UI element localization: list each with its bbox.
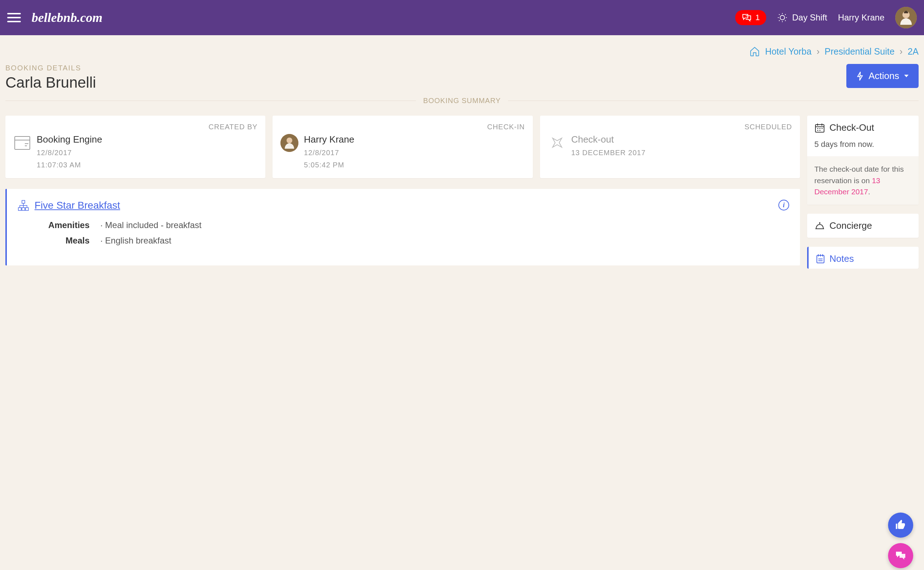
card-time: 5:05:42 PM [304,159,354,171]
avatar[interactable] [895,7,917,28]
checkout-footer: The check-out date for this reservation … [807,156,919,205]
amenities-value: · Meal included - breakfast [100,220,201,230]
breadcrumb-room[interactable]: 2A [907,46,919,57]
card-title: Booking Engine [37,134,102,145]
checkout-card: Check-Out 5 days from now. The check-out… [807,116,919,205]
svg-rect-7 [18,208,21,210]
svg-rect-8 [22,208,25,210]
sun-icon [777,12,788,23]
hierarchy-icon [18,200,29,211]
svg-point-5 [286,138,292,143]
svg-point-0 [780,15,785,20]
username[interactable]: Harry Krane [838,12,884,23]
card-date: 12/8/2017 [304,147,354,159]
header-right: 1 Day Shift Harry Krane [735,7,917,28]
checkout-body: 5 days from now. [807,140,919,156]
home-icon[interactable] [749,46,760,57]
meals-value: · English breakfast [100,236,171,246]
menu-icon[interactable] [7,13,21,22]
user-avatar-icon [280,134,298,152]
actions-label: Actions [869,70,899,81]
title-row: BOOKING DETAILS Carla Brunelli Actions [5,64,919,91]
breadcrumb-sep: › [899,46,902,57]
calendar-icon [814,123,825,133]
shift-label: Day Shift [792,12,827,23]
card-label: CHECK-IN [280,123,524,131]
lightning-icon [856,72,864,81]
card-title: Check-out [571,134,646,145]
created-by-card: CREATED BY Booking Engine 12/8/2017 11:0… [5,116,265,178]
logo[interactable]: bellebnb.com [32,10,103,25]
card-label: CREATED BY [13,123,257,131]
notification-count: 1 [755,13,760,22]
checkin-card: CHECK-IN Harry Krane 12/8/2017 5:05:42 P… [272,116,532,178]
checkout-title: Check-Out [829,122,874,133]
card-date: 12/8/2017 [37,147,102,159]
breadcrumb: Hotel Yorba › Presidential Suite › 2A [0,35,924,64]
app-header: bellebnb.com 1 Day Shift Harry Krane [0,0,924,35]
concierge-card[interactable]: Concierge [807,214,919,238]
svg-rect-3 [15,136,30,149]
breadcrumb-hotel[interactable]: Hotel Yorba [765,46,812,57]
svg-rect-9 [26,208,28,210]
meals-label: Meals [18,236,89,246]
notes-card[interactable]: Notes [807,247,919,269]
breadcrumb-suite[interactable]: Presidential Suite [825,46,895,57]
card-date: 13 DECEMBER 2017 [571,147,646,159]
actions-button[interactable]: Actions [846,64,919,88]
concierge-title: Concierge [829,220,872,231]
card-label: SCHEDULED [548,123,792,131]
info-icon[interactable]: i [778,200,789,210]
airplane-icon [548,134,566,152]
chevron-down-icon [904,75,909,78]
bell-icon [814,221,825,230]
notifications-badge[interactable]: 1 [735,10,766,25]
package-card: i Five Star Breakfast Amenities · Meal i… [5,189,800,265]
notes-title: Notes [829,253,854,264]
page-label: BOOKING DETAILS [5,64,96,72]
breadcrumb-sep: › [816,46,819,57]
section-divider: BOOKING SUMMARY [5,97,919,105]
notes-icon [816,254,825,264]
svg-rect-6 [22,201,25,203]
summary-label: BOOKING SUMMARY [416,97,508,105]
amenities-label: Amenities [18,220,89,230]
header-left: bellebnb.com [7,10,103,25]
browser-icon [13,134,31,152]
package-title[interactable]: Five Star Breakfast [34,200,120,211]
page-title: Carla Brunelli [5,74,96,91]
card-title: Harry Krane [304,134,354,145]
shift-toggle[interactable]: Day Shift [777,12,827,23]
chat-icon [742,13,752,22]
scheduled-card: SCHEDULED Check-out 13 DECEMBER 2017 [540,116,800,178]
card-time: 11:07:03 AM [37,159,102,171]
